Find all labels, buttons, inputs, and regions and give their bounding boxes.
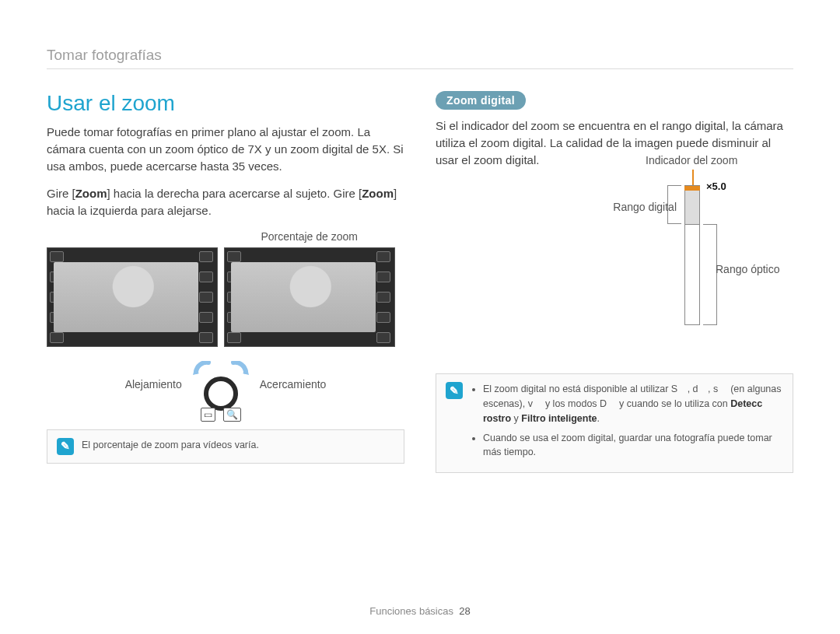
tele-icon: 🔍 (223, 408, 241, 422)
page-number: 28 (459, 605, 470, 617)
subsection-pill: Zoom digital (436, 91, 526, 110)
screenshot-zoom-out (47, 247, 218, 347)
note-box-right: ✎ El zoom digital no está disponible al … (436, 373, 793, 473)
arrow-left-icon (193, 361, 213, 378)
zoom-multiplier-label: ×5.0 (706, 180, 726, 192)
note-list: El zoom digital no está disponible al ut… (471, 382, 783, 464)
zoom-range-bar (684, 185, 700, 325)
zoom-out-label: Alejamiento (125, 378, 182, 391)
note-icon: ✎ (446, 382, 463, 399)
digital-range-label: Rango digital (599, 201, 677, 213)
arrow-right-icon (229, 361, 249, 378)
intro-paragraph-2: Gire [Zoom] hacia la derecha para acerca… (47, 185, 404, 219)
screenshot-zoom-in (224, 247, 395, 347)
focus-box-icon (100, 285, 131, 309)
focus-box-icon (295, 284, 326, 307)
digital-zoom-paragraph: Si el indicador del zoom se encuentra en… (436, 117, 793, 168)
note-box-left: ✎ El porcentaje de zoom para vídeos varí… (47, 429, 404, 464)
breadcrumb: Tomar fotografías (47, 47, 793, 69)
zoom-marker-icon (684, 186, 700, 191)
zoom-percentage-label: Porcentaje de zoom (47, 230, 404, 243)
section-heading: Usar el zoom (47, 91, 404, 116)
optical-range-label: Rango óptico (716, 263, 780, 275)
dial-ring-icon (204, 377, 238, 411)
intro-paragraph-1: Puede tomar fotografías en primer plano … (47, 124, 404, 174)
note-item-2: Cuando se usa el zoom digital, guardar u… (483, 431, 783, 461)
note-item-1: El zoom digital no está disponible al ut… (483, 382, 783, 426)
example-screenshots (47, 247, 404, 347)
note-icon: ✎ (57, 438, 74, 455)
wide-icon: ▭ (201, 408, 215, 422)
footer-section-label: Funciones básicas (369, 605, 453, 617)
page-footer: Funciones básicas 28 (0, 605, 840, 617)
indicator-label: Indicador del zoom (646, 154, 737, 166)
right-column: Zoom digital Si el indicador del zoom se… (436, 91, 793, 473)
zoom-dial-illustration: ▭🔍 (193, 361, 249, 408)
zoom-indicator-diagram: Indicador del zoom ×5.0 Rango digital Ra… (576, 179, 793, 342)
note-text: El porcentaje de zoom para vídeos varía. (82, 438, 259, 455)
left-column: Usar el zoom Puede tomar fotografías en … (47, 91, 404, 473)
zoom-bar-highlight (368, 265, 374, 328)
zoom-in-label: Acercamiento (260, 378, 327, 391)
